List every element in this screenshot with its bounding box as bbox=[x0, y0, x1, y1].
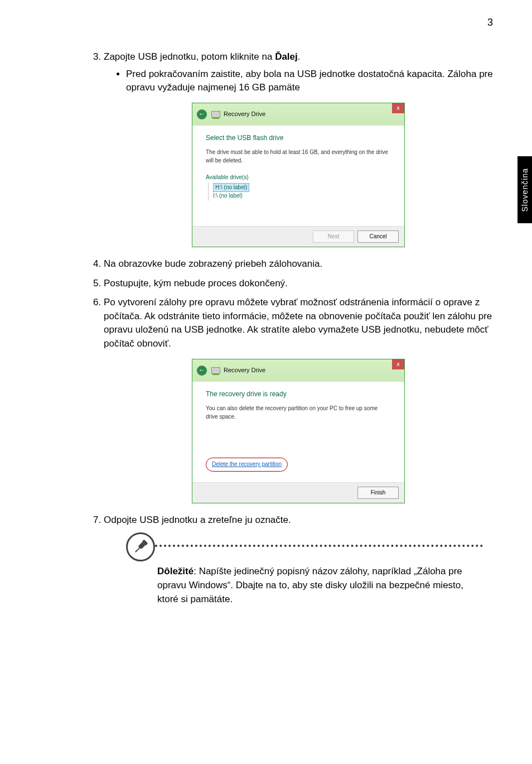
recovery-dialog-2: x ← Recovery Drive The recovery drive is… bbox=[192, 359, 405, 503]
dotted-line bbox=[155, 545, 483, 547]
step6-text: Po vytvorení zálohy pre opravu môžete vy… bbox=[104, 297, 492, 349]
language-side-label: Slovenčina bbox=[520, 168, 529, 212]
drive-option-selected[interactable]: H:\ (no label) bbox=[213, 183, 249, 193]
close-icon[interactable]: x bbox=[392, 103, 404, 113]
dialog-footer: Finish bbox=[192, 482, 404, 503]
list-item: Odpojte USB jednotku a zreteľne ju označ… bbox=[104, 513, 493, 607]
pin-icon bbox=[126, 532, 155, 561]
step3-bold: Ďalej bbox=[275, 51, 298, 62]
note-bold: Dôležité bbox=[157, 566, 194, 576]
dialog-heading: The recovery drive is ready bbox=[206, 390, 391, 399]
page-number: 3 bbox=[487, 17, 493, 28]
sub-list-item: Pred pokračovaním zaistite, aby bola na … bbox=[126, 68, 493, 95]
instruction-list: Zapojte USB jednotku, potom kliknite na … bbox=[89, 50, 493, 606]
dialog-titlebar: ← Recovery Drive bbox=[192, 359, 404, 382]
list-item: Na obrazovke bude zobrazený priebeh zálo… bbox=[104, 257, 493, 271]
note-row bbox=[126, 532, 483, 561]
dialog-title: Recovery Drive bbox=[224, 110, 265, 119]
list-item: Zapojte USB jednotku, potom kliknite na … bbox=[104, 50, 493, 247]
dialog-text: The drive must be able to hold at least … bbox=[206, 148, 391, 165]
dialog-heading: Select the USB flash drive bbox=[206, 133, 391, 143]
drive-tree: H:\ (no label) I:\ (no label) bbox=[208, 183, 391, 200]
dialog-text: You can also delete the recovery partiti… bbox=[206, 405, 391, 421]
delete-partition-highlight: Delete the recovery partition bbox=[206, 458, 288, 472]
drive-option[interactable]: I:\ (no label) bbox=[213, 192, 391, 200]
delete-partition-link[interactable]: Delete the recovery partition bbox=[212, 461, 282, 467]
drive-icon bbox=[211, 367, 220, 374]
step7-text: Odpojte USB jednotku a zreteľne ju označ… bbox=[104, 515, 291, 525]
dialog-title: Recovery Drive bbox=[224, 366, 265, 375]
sub-list: Pred pokračovaním zaistite, aby bola na … bbox=[104, 68, 493, 95]
available-drives-label: Available drive(s) bbox=[206, 174, 391, 182]
note-body: : Napíšte jedinečný popisný názov zálohy… bbox=[157, 566, 463, 604]
finish-button[interactable]: Finish bbox=[357, 487, 399, 499]
list-item: Po vytvorení zálohy pre opravu môžete vy… bbox=[104, 296, 493, 503]
close-icon[interactable]: x bbox=[392, 359, 404, 369]
step3-suffix: . bbox=[298, 51, 301, 62]
recovery-dialog-1: x ← Recovery Drive Select the USB flash … bbox=[192, 103, 405, 247]
drive-icon bbox=[211, 111, 220, 118]
step3-prefix: Zapojte USB jednotku, potom kliknite na bbox=[104, 51, 275, 62]
cancel-button[interactable]: Cancel bbox=[357, 230, 399, 243]
back-icon[interactable]: ← bbox=[197, 366, 207, 376]
dialog-titlebar: ← Recovery Drive bbox=[192, 103, 404, 126]
dialog-footer: Next Cancel bbox=[192, 226, 404, 247]
language-side-tab: Slovenčina bbox=[518, 156, 532, 223]
important-note: Dôležité: Napíšte jedinečný popisný názo… bbox=[157, 565, 486, 606]
next-button[interactable]: Next bbox=[313, 230, 354, 243]
list-item: Postupujte, kým nebude proces dokončený. bbox=[104, 277, 493, 291]
back-icon[interactable]: ← bbox=[197, 109, 207, 119]
